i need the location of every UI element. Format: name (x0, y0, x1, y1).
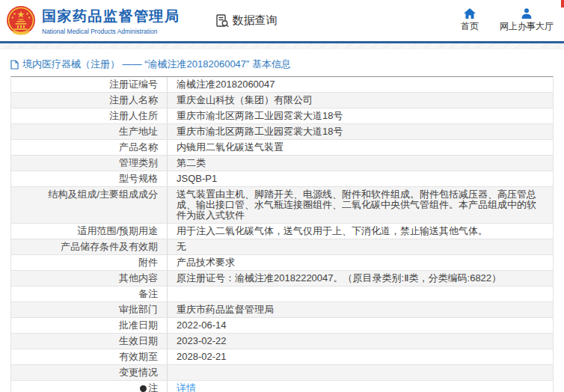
national-emblem-icon (6, 5, 36, 37)
data-query-nav[interactable]: 数据查询 (215, 13, 278, 28)
row-label: 结构及组成/主要组成成分 (11, 187, 168, 223)
table-row: 产品名称内镜用二氧化碳送气装置 (11, 140, 553, 156)
row-label: 注册人住所 (11, 108, 168, 123)
row-value: 内镜用二氧化碳送气装置 (168, 140, 553, 155)
row-value: 原注册证号：渝械注准20182220047。（原目录类别:Ⅱ类，分类编码:682… (168, 271, 553, 286)
row-value: 重庆市渝北区两路工业园霓裳大道18号 (168, 108, 553, 123)
detail-link[interactable]: 详情 (177, 382, 196, 392)
table-row: 注册证编号渝械注准20182060047 (11, 77, 553, 93)
row-label: 有效期至 (11, 349, 168, 364)
agency-logo[interactable]: 国家药品监督管理局 National Medical Products Admi… (6, 5, 180, 37)
row-value: 产品技术要求 (168, 255, 553, 270)
table-row: 有效期至2028-02-21 (11, 349, 553, 365)
row-value: 2023-02-22 (168, 334, 553, 349)
row-value: 重庆市药品监督管理局 (168, 302, 553, 317)
row-value: 用于注入二氧化碳气体，送气仅用于上、下消化道，禁止输送其他气体。 (168, 224, 553, 239)
table-row: 管理类别第二类 (11, 156, 553, 171)
row-label: 变更情况 (11, 365, 168, 380)
agency-name-cn: 国家药品监督管理局 (42, 7, 180, 26)
page: 国家药品监督管理局 National Medical Products Admi… (0, 0, 564, 392)
table-row: 注详情 (11, 381, 553, 392)
agency-name: 国家药品监督管理局 National Medical Products Admi… (42, 7, 180, 35)
row-value (168, 287, 553, 301)
row-value: 重庆金山科技（集团）有限公司 (168, 93, 553, 108)
nav-item-label: 首页 (461, 20, 479, 33)
site-header: 国家药品监督管理局 National Medical Products Admi… (0, 0, 564, 41)
table-row: 备注 (11, 287, 553, 302)
row-label: 注 (11, 381, 168, 392)
row-label: 其他内容 (11, 271, 168, 286)
row-label: 产品名称 (11, 140, 168, 155)
row-value: 无 (168, 239, 553, 254)
header-nav: 首页 网上办事大厅 (461, 8, 554, 33)
table-row: 附件产品技术要求 (11, 255, 553, 271)
row-label: 适用范围/预期用途 (11, 224, 168, 239)
table-row: 变更情况 (11, 365, 553, 381)
row-label: 型号规格 (11, 171, 168, 186)
row-label: 备注 (11, 287, 168, 301)
row-label: 附件 (11, 255, 168, 270)
document-search-icon (215, 13, 230, 28)
row-value: 2022-06-14 (168, 318, 553, 333)
row-value: 重庆市渝北区两路工业园霓裳大道18号 (168, 124, 553, 139)
row-value: 第二类 (168, 156, 553, 171)
row-label: 审批部门 (11, 302, 168, 317)
row-label: 注册证编号 (11, 77, 168, 92)
top-right-red-sliver (561, 0, 564, 7)
row-value: 2028-02-21 (168, 349, 553, 364)
person-icon (521, 8, 533, 19)
row-label: 批准日期 (11, 318, 168, 333)
row-label: 生产地址 (11, 124, 168, 139)
table-row: 型号规格JSQB-P1 (11, 171, 553, 187)
table-row: 适用范围/预期用途用于注入二氧化碳气体，送气仅用于上、下消化道，禁止输送其他气体… (11, 224, 553, 239)
page-title: 境内医疗器械（注册） —— “渝械注准20182060047” 基本信息 (10, 58, 554, 70)
row-label: 注册人名称 (11, 93, 168, 108)
row-value (168, 365, 553, 380)
row-value: 详情 (168, 381, 553, 392)
row-value: JSQB-P1 (168, 171, 553, 186)
hatch-band (0, 43, 564, 49)
table-row: 注册人名称重庆金山科技（集团）有限公司 (11, 93, 553, 108)
data-query-label: 数据查询 (233, 13, 278, 28)
row-label: 产品储存条件及有效期 (11, 239, 168, 254)
row-label: 生效日期 (11, 334, 168, 349)
table-row: 批准日期2022-06-14 (11, 318, 553, 334)
document-icon (10, 60, 19, 70)
table-row: 结构及组成/主要组成成分送气装置由主机、脚踏开关、电源线、附件和软件组成。附件包… (11, 187, 553, 224)
page-title-text: 境内医疗器械（注册） —— “渝械注准20182060047” 基本信息 (22, 58, 291, 71)
agency-name-en: National Medical Products Administration (42, 28, 180, 35)
table-row: 其他内容原注册证号：渝械注准20182220047。（原目录类别:Ⅱ类，分类编码… (11, 271, 553, 287)
row-value: 渝械注准20182060047 (168, 77, 553, 92)
note-balloon-icon (140, 385, 147, 392)
table-row: 注册人住所重庆市渝北区两路工业园霓裳大道18号 (11, 108, 553, 124)
nav-item-service-hall[interactable]: 网上办事大厅 (500, 8, 554, 33)
nav-item-label: 网上办事大厅 (500, 20, 554, 33)
table-row: 审批部门重庆市药品监督管理局 (11, 302, 553, 318)
table-row: 产品储存条件及有效期无 (11, 239, 553, 255)
home-icon (464, 8, 476, 19)
row-label: 管理类别 (11, 156, 168, 171)
table-row: 生产地址重庆市渝北区两路工业园霓裳大道18号 (11, 124, 553, 140)
nav-item-home[interactable]: 首页 (461, 8, 479, 33)
info-table: 注册证编号渝械注准20182060047注册人名称重庆金山科技（集团）有限公司注… (10, 76, 554, 392)
table-row: 生效日期2023-02-22 (11, 334, 553, 349)
row-value: 送气装置由主机、脚踏开关、电源线、附件和软件组成。附件包括减压器、高压管总成、输… (168, 187, 553, 223)
